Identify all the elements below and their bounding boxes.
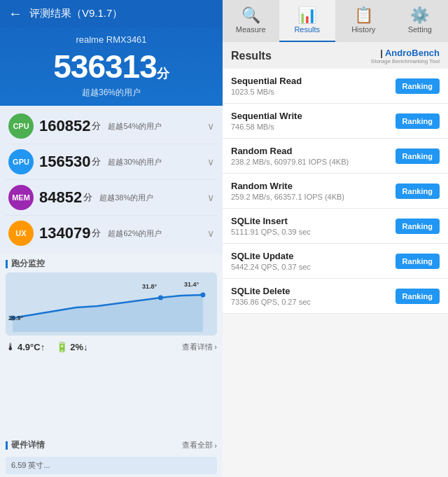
seq-write-name: Sequential Write bbox=[231, 111, 396, 121]
left-panel: ← 评测结果（V9.1.7） realme RMX3461 536313分 超越… bbox=[0, 0, 223, 477]
battery-icon: 🔋 bbox=[56, 341, 68, 352]
benchmark-item-sqlite-insert: SQLite Insert 5111.91 QPS, 0.39 sec Rank… bbox=[223, 209, 448, 244]
detail-link[interactable]: 查看详情 › bbox=[182, 342, 217, 352]
seq-read-ranking-button[interactable]: Ranking bbox=[396, 78, 440, 94]
rand-read-ranking-button[interactable]: Ranking bbox=[396, 148, 440, 164]
sqlite-update-name: SQLite Update bbox=[231, 251, 396, 261]
rand-read-value: 238.2 MB/s, 60979.81 IOPS (4KB) bbox=[231, 158, 396, 166]
gpu-score-value: 156530 bbox=[39, 153, 90, 171]
view-all-arrow-icon: › bbox=[214, 441, 217, 450]
score-item-mem[interactable]: MEM 84852 分 超越38%的用户 ∨ bbox=[6, 180, 217, 216]
tab-measure-label: Measure bbox=[236, 25, 266, 34]
hardware-title: 硬件详情 bbox=[6, 439, 45, 451]
androbench-subtitle: Storage Benchmarking Tool bbox=[371, 58, 440, 64]
score-items: CPU 160852 分 超越54%的用户 ∨ GPU 156530 分 超越3… bbox=[0, 106, 223, 254]
sqlite-delete-value: 7336.86 QPS, 0.27 sec bbox=[231, 298, 396, 306]
seq-read-value: 1023.5 MB/s bbox=[231, 88, 396, 96]
score-item-gpu[interactable]: GPU 156530 分 超越30%的用户 ∨ bbox=[6, 144, 217, 180]
mem-score-value: 84852 bbox=[39, 188, 82, 207]
tab-setting[interactable]: ⚙️ Setting bbox=[392, 0, 449, 42]
score-item-cpu[interactable]: CPU 160852 分 超越54%的用户 ∨ bbox=[6, 109, 217, 144]
view-all-link[interactable]: 查看全部 › bbox=[182, 440, 217, 450]
seq-write-value: 746.58 MB/s bbox=[231, 123, 396, 131]
header-title: 评测结果（V9.1.7） bbox=[29, 7, 122, 20]
cpu-score-unit: 分 bbox=[92, 120, 101, 132]
rand-write-ranking-button[interactable]: Ranking bbox=[396, 184, 440, 199]
back-button[interactable]: ← bbox=[8, 6, 22, 22]
mem-score-unit: 分 bbox=[83, 191, 92, 204]
sqlite-delete-info: SQLite Delete 7336.86 QPS, 0.27 sec bbox=[231, 286, 396, 306]
seq-read-name: Sequential Read bbox=[231, 76, 396, 86]
mem-percentile: 超越38%的用户 bbox=[99, 193, 207, 203]
chart-area: 26.9° 31.8° 31.4° bbox=[6, 272, 217, 336]
sqlite-insert-ranking-button[interactable]: Ranking bbox=[396, 219, 440, 234]
seq-write-info: Sequential Write 746.58 MB/s bbox=[231, 111, 396, 131]
cpu-badge: CPU bbox=[8, 113, 34, 139]
tab-history[interactable]: 📋 History bbox=[335, 0, 392, 42]
hardware-placeholder: 6.59 英寸... bbox=[6, 457, 217, 474]
sqlite-delete-name: SQLite Delete bbox=[231, 286, 396, 296]
ux-percentile: 超越62%的用户 bbox=[108, 228, 207, 239]
tab-history-label: History bbox=[351, 25, 375, 34]
score-item-ux[interactable]: UX 134079 分 超越62%的用户 ∨ bbox=[6, 216, 217, 251]
rand-write-name: Random Write bbox=[231, 181, 396, 191]
chart-label-start: 26.9° bbox=[8, 314, 23, 322]
androbench-name: | AndroBench bbox=[380, 48, 440, 58]
tab-results-label: Results bbox=[294, 25, 320, 34]
temp-stat: 🌡 4.9°C↑ bbox=[6, 341, 45, 352]
gpu-badge: GPU bbox=[8, 149, 34, 174]
cpu-percentile: 超越54%的用户 bbox=[108, 121, 207, 132]
seq-write-ranking-button[interactable]: Ranking bbox=[396, 113, 440, 129]
sqlite-update-ranking-button[interactable]: Ranking bbox=[396, 254, 440, 269]
cpu-stat: 🔋 2%↓ bbox=[56, 341, 88, 352]
benchmark-item-rand-read: Random Read 238.2 MB/s, 60979.81 IOPS (4… bbox=[223, 139, 448, 174]
ux-score-value: 134079 bbox=[39, 224, 90, 242]
detail-arrow-icon: › bbox=[214, 343, 217, 351]
svg-point-3 bbox=[158, 296, 163, 300]
tab-bar: 🔍 Measure 📊 Results 📋 History ⚙️ Setting bbox=[223, 0, 448, 42]
device-name: realme RMX3461 bbox=[0, 34, 223, 45]
temp-value: 4.9°C↑ bbox=[18, 342, 45, 352]
seq-read-info: Sequential Read 1023.5 MB/s bbox=[231, 76, 396, 96]
right-panel: 🔍 Measure 📊 Results 📋 History ⚙️ Setting… bbox=[223, 0, 448, 477]
results-header: Results | AndroBench Storage Benchmarkin… bbox=[223, 42, 448, 69]
chart-label-end: 31.4° bbox=[184, 281, 199, 288]
benchmark-item-seq-write: Sequential Write 746.58 MB/s Ranking bbox=[223, 104, 448, 139]
ux-chevron-icon: ∨ bbox=[207, 228, 214, 239]
ux-badge: UX bbox=[8, 221, 34, 246]
rand-write-value: 259.2 MB/s, 66357.1 IOPS (4KB) bbox=[231, 193, 396, 201]
benchmark-item-sqlite-delete: SQLite Delete 7336.86 QPS, 0.27 sec Rank… bbox=[223, 279, 448, 314]
rand-write-info: Random Write 259.2 MB/s, 66357.1 IOPS (4… bbox=[231, 181, 396, 201]
rand-read-info: Random Read 238.2 MB/s, 60979.81 IOPS (4… bbox=[231, 146, 396, 166]
mem-chevron-icon: ∨ bbox=[207, 192, 214, 203]
setting-icon: ⚙️ bbox=[410, 8, 429, 23]
history-icon: 📋 bbox=[354, 8, 373, 23]
hardware-section: 硬件详情 查看全部 › bbox=[0, 436, 223, 454]
results-page-title: Results bbox=[231, 50, 272, 62]
total-score-number: 536313 bbox=[53, 48, 157, 85]
cpu-usage-value: 2%↓ bbox=[70, 342, 88, 352]
tab-setting-label: Setting bbox=[408, 25, 432, 34]
gpu-score-unit: 分 bbox=[92, 155, 101, 168]
cpu-score-value: 160852 bbox=[39, 117, 90, 135]
measure-icon: 🔍 bbox=[241, 8, 260, 23]
sqlite-delete-ranking-button[interactable]: Ranking bbox=[396, 289, 440, 304]
sqlite-insert-name: SQLite Insert bbox=[231, 216, 396, 226]
stats-row: 🌡 4.9°C↑ 🔋 2%↓ 查看详情 › bbox=[6, 338, 217, 355]
benchmark-list: Sequential Read 1023.5 MB/s Ranking Sequ… bbox=[223, 69, 448, 477]
results-icon: 📊 bbox=[298, 8, 316, 23]
total-score-unit: 分 bbox=[157, 67, 169, 81]
benchmark-item-sqlite-update: SQLite Update 5442.24 QPS, 0.37 sec Rank… bbox=[223, 244, 448, 279]
total-score: 536313分 bbox=[0, 48, 223, 85]
monitoring-title: 跑分监控 bbox=[6, 258, 217, 270]
rand-read-name: Random Read bbox=[231, 146, 396, 156]
benchmark-item-seq-read: Sequential Read 1023.5 MB/s Ranking bbox=[223, 69, 448, 104]
tab-results[interactable]: 📊 Results bbox=[279, 0, 336, 42]
sqlite-insert-info: SQLite Insert 5111.91 QPS, 0.39 sec bbox=[231, 216, 396, 236]
androbench-logo: | AndroBench Storage Benchmarking Tool bbox=[371, 48, 440, 64]
gpu-chevron-icon: ∨ bbox=[207, 156, 214, 167]
tab-measure[interactable]: 🔍 Measure bbox=[223, 0, 279, 42]
monitoring-section: 跑分监控 26.9° 31.8° 31.4° 🌡 4.9°C↑ bbox=[0, 254, 223, 436]
cpu-chevron-icon: ∨ bbox=[207, 120, 214, 132]
thermometer-icon: 🌡 bbox=[6, 341, 15, 352]
